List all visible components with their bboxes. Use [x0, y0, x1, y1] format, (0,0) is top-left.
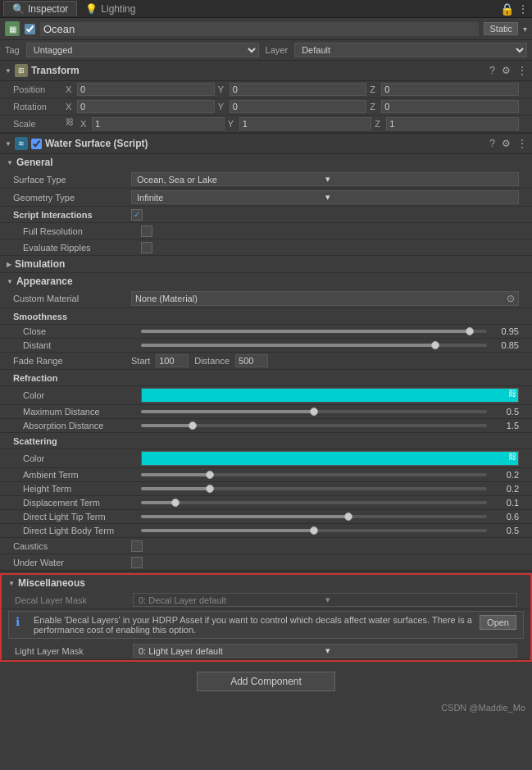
appearance-collapse-icon: ▼: [7, 278, 13, 285]
transform-help-icon[interactable]: ?: [489, 65, 495, 76]
direct-tip-slider-track[interactable]: [141, 515, 487, 518]
ws-settings-icon[interactable]: ⚙: [502, 138, 511, 149]
max-distance-slider-thumb[interactable]: [310, 408, 318, 416]
fade-start-input[interactable]: [156, 354, 189, 367]
scattering-label: Scattering: [13, 436, 128, 446]
scattering-color-picker[interactable]: [141, 451, 519, 466]
open-button[interactable]: Open: [480, 615, 516, 630]
position-row: Position X Y Z: [0, 81, 532, 98]
misc-header[interactable]: ▼ Miscellaneous: [2, 575, 530, 591]
position-x-input[interactable]: [77, 83, 215, 96]
misc-section: ▼ Miscellaneous Decal Layer Mask 0: Deca…: [0, 573, 532, 662]
simulation-section-header[interactable]: ▶ Simulation: [0, 256, 532, 273]
static-button[interactable]: Static: [484, 22, 518, 35]
tab-inspector[interactable]: 🔍 Inspector: [3, 1, 77, 16]
object-active-checkbox[interactable]: [25, 24, 35, 34]
distant-slider-thumb[interactable]: [431, 341, 439, 349]
scattering-color-field[interactable]: ⛓: [141, 451, 519, 466]
absorption-slider-thumb[interactable]: [189, 421, 197, 430]
inspector-icon: 🔍: [12, 3, 25, 15]
transform-settings-icon[interactable]: ⚙: [502, 65, 511, 76]
light-layer-value: 0: Light Layer default: [139, 646, 325, 656]
scale-row: Scale ⛓ X Y Z: [0, 116, 532, 133]
layer-select[interactable]: Default: [294, 43, 527, 57]
rotation-x-input[interactable]: [77, 100, 215, 113]
lighting-icon: 💡: [85, 3, 98, 15]
full-resolution-checkbox[interactable]: [141, 226, 152, 237]
object-icon: ▦: [5, 21, 20, 36]
direct-body-slider-track[interactable]: [141, 529, 487, 532]
general-section-header[interactable]: ▼ General: [0, 154, 532, 171]
under-water-checkbox[interactable]: [131, 557, 143, 568]
caustics-label: Caustics: [13, 541, 128, 551]
close-slider-row: Close 0.95: [0, 325, 532, 339]
ws-active-checkbox[interactable]: [31, 139, 42, 149]
rotation-y-input[interactable]: [230, 100, 367, 113]
add-component-button[interactable]: Add Component: [197, 672, 335, 691]
misc-collapse-icon: ▼: [8, 580, 15, 587]
geometry-type-label: Geometry Type: [13, 193, 128, 203]
close-slider-thumb[interactable]: [466, 327, 474, 335]
scattering-header-row: Scattering: [0, 433, 532, 449]
custom-material-picker-btn[interactable]: ⊙: [507, 293, 515, 304]
simulation-label: Simulation: [15, 258, 65, 270]
refraction-color-picker[interactable]: [141, 388, 519, 403]
absorption-slider-track[interactable]: [141, 424, 487, 427]
object-name-input[interactable]: [40, 22, 479, 36]
fade-distance-input[interactable]: [235, 354, 268, 367]
rotation-z-input[interactable]: [381, 100, 519, 113]
evaluate-ripples-checkbox[interactable]: [141, 242, 152, 253]
appearance-section-header[interactable]: ▼ Appearance: [0, 273, 532, 289]
transform-collapse-icon: ▼: [5, 67, 11, 75]
light-layer-label: Light Layer Mask: [15, 646, 130, 656]
lock-icon[interactable]: 🔒: [500, 2, 514, 16]
ambient-value: 0.2: [490, 470, 519, 480]
script-interactions-row: Script Interactions: [0, 207, 532, 223]
height-slider-track[interactable]: [141, 487, 487, 490]
evaluate-ripples-label: Evaluate Ripples: [23, 243, 138, 253]
fade-range-label: Fade Range: [13, 356, 128, 366]
geometry-type-value: Infinite: [137, 193, 325, 203]
ambient-slider-track[interactable]: [141, 473, 487, 476]
direct-tip-slider-thumb[interactable]: [344, 513, 352, 521]
light-layer-dropdown[interactable]: 0: Light Layer default ▾: [133, 644, 517, 658]
menu-icon[interactable]: ⋮: [517, 2, 529, 16]
distant-slider-track[interactable]: [141, 344, 487, 347]
tag-select[interactable]: Untagged: [26, 43, 259, 57]
caustics-checkbox[interactable]: [131, 540, 143, 552]
height-slider-thumb[interactable]: [206, 485, 214, 493]
ws-header-icons: ? ⚙ ⋮: [489, 138, 527, 149]
ambient-slider-thumb[interactable]: [206, 471, 214, 479]
rotation-xyz: X Y Z: [66, 100, 519, 113]
geometry-type-dropdown[interactable]: Infinite ▾: [131, 190, 519, 204]
water-surface-header[interactable]: ▼ ≋ Water Surface (Script) ? ⚙ ⋮: [0, 134, 532, 154]
displacement-slider-track[interactable]: [141, 501, 487, 504]
close-slider-track[interactable]: [141, 330, 487, 333]
static-dropdown-arrow[interactable]: ▾: [523, 25, 527, 34]
displacement-slider-thumb[interactable]: [171, 499, 180, 507]
script-interactions-checkbox[interactable]: [131, 209, 143, 221]
distant-slider-row: Distant 0.85: [0, 339, 532, 353]
close-label: Close: [23, 326, 138, 336]
position-y-input[interactable]: [230, 83, 367, 96]
refraction-color-row: Color ⛓: [0, 386, 532, 405]
displacement-value: 0.1: [490, 498, 519, 508]
scale-z-input[interactable]: [386, 117, 519, 130]
scale-y-input[interactable]: [239, 117, 372, 130]
position-z-input[interactable]: [381, 83, 519, 96]
simulation-collapse-icon: ▶: [7, 261, 11, 268]
scale-xyz: ⛓ X Y Z: [66, 117, 519, 130]
tab-lighting[interactable]: 💡 Lighting: [77, 2, 143, 16]
decal-layer-label: Decal Layer Mask: [15, 595, 130, 605]
max-distance-slider-track[interactable]: [141, 410, 487, 413]
custom-material-field[interactable]: None (Material) ⊙: [131, 291, 519, 306]
surface-type-dropdown[interactable]: Ocean, Sea or Lake ▾: [131, 172, 519, 186]
caustics-row: Caustics: [0, 538, 532, 554]
scale-x-input[interactable]: [92, 117, 225, 130]
direct-body-slider-thumb[interactable]: [310, 526, 318, 535]
transform-menu-icon[interactable]: ⋮: [517, 65, 527, 76]
transform-header[interactable]: ▼ ⊞ Transform ? ⚙ ⋮: [0, 61, 532, 81]
ws-menu-icon[interactable]: ⋮: [517, 138, 527, 149]
refraction-color-field[interactable]: ⛓: [141, 388, 519, 403]
ws-help-icon[interactable]: ?: [489, 138, 495, 149]
